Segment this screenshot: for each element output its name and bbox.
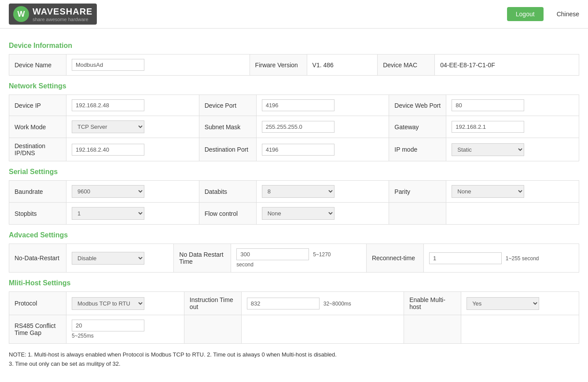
device-information-table: Device Name Firware Version V1. 486 Devi… bbox=[9, 54, 579, 76]
table-row: Stopbits 1 2 Flow control None RTS/CTS X… bbox=[9, 203, 579, 225]
destination-port-label: Destination Port bbox=[199, 138, 256, 161]
note1: NOTE: 1. Multi-host is always enabled wh… bbox=[9, 350, 579, 360]
stopbits-cell: 1 2 bbox=[66, 203, 199, 225]
logo-area: W WAVESHARE share awesome hardware bbox=[9, 4, 97, 25]
empty-cell bbox=[446, 203, 579, 225]
parity-cell: None Odd Even bbox=[446, 181, 579, 203]
databits-cell: 5 6 7 8 bbox=[256, 181, 389, 203]
logo-tagline: share awesome hardware bbox=[33, 17, 92, 22]
device-name-label: Device Name bbox=[9, 55, 66, 76]
logout-button[interactable]: Logout bbox=[507, 7, 544, 21]
empty-cell2 bbox=[241, 315, 404, 344]
flow-control-cell: None RTS/CTS XON/XOFF bbox=[256, 203, 389, 225]
logo-brand: WAVESHARE bbox=[33, 7, 92, 17]
table-row: RS485 Conflict Time Gap 5~255ms bbox=[9, 315, 579, 344]
destination-ip-cell bbox=[66, 138, 199, 161]
reconnect-time-cell: 1~255 second bbox=[423, 244, 579, 273]
instruction-timeout-range: 32~8000ms bbox=[323, 301, 351, 307]
instruction-timeout-cell: 32~8000ms bbox=[241, 292, 404, 315]
flow-control-select[interactable]: None RTS/CTS XON/XOFF bbox=[262, 207, 334, 220]
baudrate-label: Baundrate bbox=[9, 181, 66, 203]
network-settings-table: Device IP Device Port Device Web Port Wo… bbox=[9, 95, 579, 161]
device-mac-value: 04-EE-E8-17-C1-0F bbox=[440, 62, 495, 69]
no-data-restart-time-range: 5~1270 bbox=[313, 251, 331, 258]
ip-mode-label: IP mode bbox=[389, 138, 446, 161]
table-row: Destination IP/DNS Destination Port IP m… bbox=[9, 138, 579, 161]
header-right: Logout Chinese bbox=[507, 7, 579, 21]
device-web-port-cell bbox=[446, 95, 579, 116]
rs485-conflict-range: 5~255ms bbox=[72, 333, 179, 339]
work-mode-cell: TCP Server TCP Client UDP bbox=[66, 116, 199, 138]
no-data-restart-time-unit: second bbox=[236, 262, 361, 268]
note2: 3. Time out only can be set as mulitpy o… bbox=[9, 360, 579, 369]
advanced-settings-table: No-Data-Restart Disable Enable No Data R… bbox=[9, 244, 579, 273]
device-web-port-label: Device Web Port bbox=[389, 95, 446, 116]
subnet-mask-label: Subnet Mask bbox=[199, 116, 256, 138]
device-information-title: Device Information bbox=[9, 42, 579, 50]
destination-port-cell bbox=[256, 138, 389, 161]
subnet-mask-cell bbox=[256, 116, 389, 138]
device-port-cell bbox=[256, 95, 389, 116]
no-data-restart-select[interactable]: Disable Enable bbox=[72, 252, 144, 265]
device-port-input[interactable] bbox=[262, 99, 334, 111]
no-data-restart-time-input[interactable] bbox=[236, 248, 309, 260]
rs485-conflict-label: RS485 Conflict Time Gap bbox=[9, 315, 66, 344]
instruction-timeout-label: Instruction Time out bbox=[184, 292, 241, 315]
baudrate-select[interactable]: 1200 2400 4800 9600 19200 38400 57600 11… bbox=[72, 185, 144, 198]
table-row: Work Mode TCP Server TCP Client UDP Subn… bbox=[9, 116, 579, 138]
databits-select[interactable]: 5 6 7 8 bbox=[262, 185, 334, 198]
parity-select[interactable]: None Odd Even bbox=[452, 185, 524, 198]
device-ip-label: Device IP bbox=[9, 95, 66, 116]
flow-control-label: Flow control bbox=[199, 203, 256, 225]
empty-cell3 bbox=[461, 315, 579, 344]
reconnect-time-label: Reconnect-time bbox=[366, 244, 423, 273]
reconnect-time-range: 1~255 second bbox=[506, 255, 539, 262]
table-row: Protocol Modbus TCP to RTU None Instruct… bbox=[9, 292, 579, 315]
subnet-mask-input[interactable] bbox=[262, 121, 334, 133]
protocol-label: Protocol bbox=[9, 292, 66, 315]
destination-ip-label: Destination IP/DNS bbox=[9, 138, 66, 161]
empty-label2 bbox=[184, 315, 241, 344]
logo-box: W WAVESHARE share awesome hardware bbox=[9, 4, 97, 25]
multi-host-settings-table: Protocol Modbus TCP to RTU None Instruct… bbox=[9, 291, 579, 344]
ip-mode-select[interactable]: Static DHCP bbox=[452, 143, 524, 156]
work-mode-label: Work Mode bbox=[9, 116, 66, 138]
destination-ip-input[interactable] bbox=[72, 144, 144, 156]
rs485-conflict-input[interactable] bbox=[72, 320, 144, 331]
reconnect-time-input[interactable] bbox=[429, 252, 502, 264]
no-data-restart-time-cell: 5~1270 second bbox=[231, 244, 367, 273]
device-ip-input[interactable] bbox=[72, 99, 144, 111]
rs485-conflict-cell: 5~255ms bbox=[66, 315, 184, 344]
device-web-port-input[interactable] bbox=[452, 99, 524, 111]
device-ip-cell bbox=[66, 95, 199, 116]
protocol-cell: Modbus TCP to RTU None bbox=[66, 292, 184, 315]
device-name-cell bbox=[66, 55, 250, 76]
gateway-input[interactable] bbox=[452, 121, 524, 133]
device-mac-label: Device MAC bbox=[378, 55, 435, 76]
empty-label bbox=[389, 203, 446, 225]
serial-settings-title: Serial Settings bbox=[9, 168, 579, 176]
table-row: Device IP Device Port Device Web Port bbox=[9, 95, 579, 116]
stopbits-label: Stopbits bbox=[9, 203, 66, 225]
instruction-timeout-input[interactable] bbox=[247, 298, 320, 309]
language-label: Chinese bbox=[557, 11, 579, 18]
device-name-input[interactable] bbox=[72, 59, 144, 71]
destination-port-input[interactable] bbox=[262, 144, 334, 156]
logo-text-group: WAVESHARE share awesome hardware bbox=[33, 7, 92, 22]
device-mac-cell: 04-EE-E8-17-C1-0F bbox=[435, 55, 579, 76]
protocol-select[interactable]: Modbus TCP to RTU None bbox=[72, 297, 144, 310]
gateway-label: Gateway bbox=[389, 116, 446, 138]
enable-multi-host-label: Enable Multi-host bbox=[404, 292, 461, 315]
empty-label3 bbox=[404, 315, 461, 344]
parity-label: Parity bbox=[389, 181, 446, 203]
databits-label: Databits bbox=[199, 181, 256, 203]
no-data-restart-time-label: No Data Restart Time bbox=[174, 244, 231, 273]
stopbits-select[interactable]: 1 2 bbox=[72, 207, 144, 220]
gateway-cell bbox=[446, 116, 579, 138]
enable-multi-host-select[interactable]: Yes No bbox=[467, 297, 539, 310]
table-row: Device Name Firware Version V1. 486 Devi… bbox=[9, 55, 579, 76]
page-header: W WAVESHARE share awesome hardware Logou… bbox=[0, 0, 588, 29]
serial-settings-table: Baundrate 1200 2400 4800 9600 19200 3840… bbox=[9, 180, 579, 225]
work-mode-select[interactable]: TCP Server TCP Client UDP bbox=[72, 120, 144, 133]
firmware-version-value: V1. 486 bbox=[312, 62, 334, 69]
